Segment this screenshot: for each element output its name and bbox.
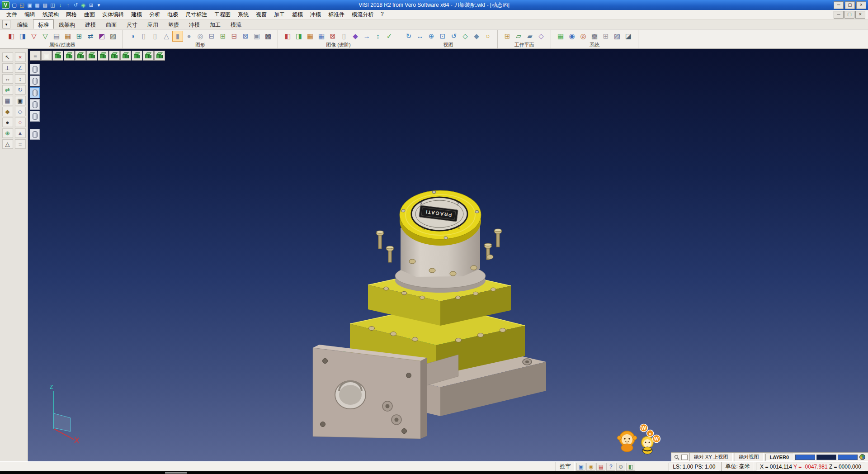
view-left-button[interactable] <box>98 51 108 61</box>
system-target-icon[interactable]: ◎ <box>578 31 589 42</box>
image-grid-blue-icon[interactable]: ▦ <box>316 31 327 42</box>
absolute-view-label[interactable]: 绝对视图 <box>735 453 764 461</box>
status-image-icon[interactable]: ▣ <box>576 463 585 471</box>
solid-pattern-icon[interactable]: ▩ <box>263 31 274 42</box>
menu-file[interactable]: 文件 <box>3 10 21 19</box>
view-iso-sw-button[interactable] <box>143 51 154 61</box>
viewbar-shaded-button[interactable]: ▣ <box>41 51 52 61</box>
system-colors-icon[interactable]: ▦ <box>555 31 566 42</box>
menu-window[interactable]: 视窗 <box>252 10 270 19</box>
filter-component-button[interactable] <box>30 129 40 140</box>
menu-mold[interactable]: 塑模 <box>288 10 307 19</box>
menu-flow-analysis[interactable]: 模流分析 <box>348 10 377 19</box>
menu-analysis[interactable]: 分析 <box>146 10 164 19</box>
scale-readout[interactable]: LS: 1.00 PS: 1.00 <box>669 463 719 471</box>
view-iso-button[interactable] <box>52 51 63 61</box>
dock-list-icon[interactable]: ≡ <box>15 139 26 149</box>
filter-green-icon[interactable]: ▽ <box>40 31 51 42</box>
solid-cylinder-icon[interactable]: ▯ <box>138 31 149 42</box>
menu-edit[interactable]: 编辑 <box>21 10 39 19</box>
save-icon[interactable]: ▣ <box>26 1 33 9</box>
filter-surface-button[interactable] <box>30 76 40 86</box>
status-gear-icon[interactable]: ⊕ <box>616 463 625 471</box>
status-capture-icon[interactable]: ◉ <box>586 463 595 471</box>
workplane-align-icon[interactable]: ▰ <box>524 31 535 42</box>
dock-swap-icon[interactable]: ⇄ <box>2 85 13 95</box>
menu-modeling[interactable]: 建模 <box>127 10 146 19</box>
layer-manager-icon[interactable]: ▦ <box>62 31 73 42</box>
solid-union-icon[interactable]: ⊞ <box>217 31 228 42</box>
system-hatch-icon[interactable]: ▨ <box>612 31 623 42</box>
view-axo-icon[interactable]: ◇ <box>460 31 471 42</box>
image-arrow-icon[interactable]: → <box>361 31 372 42</box>
menu-help[interactable]: ? <box>377 10 387 19</box>
menu-wireframe[interactable]: 线架构 <box>39 10 62 19</box>
attr-swap-icon[interactable]: ⇄ <box>85 31 96 42</box>
solid-block-icon[interactable]: ▮ <box>172 31 183 42</box>
system-plane-icon[interactable]: ◪ <box>623 31 634 42</box>
workplane-grid-icon[interactable]: ⊞ <box>502 31 513 42</box>
menu-standard-parts[interactable]: 标准件 <box>325 10 348 19</box>
tab-dropdown-button[interactable]: ▾ <box>2 20 10 28</box>
menu-surface[interactable]: 曲面 <box>80 10 99 19</box>
menu-electrode[interactable]: 电极 <box>164 10 182 19</box>
status-view-icon[interactable]: ◧ <box>626 463 635 471</box>
export-icon[interactable]: ↑ <box>64 1 72 9</box>
tab-mold[interactable]: 塑膜 <box>163 19 184 29</box>
dock-snap-icon[interactable]: ⊥ <box>2 63 13 73</box>
workplane-free-icon[interactable]: ◇ <box>536 31 547 42</box>
filter-solid-button[interactable] <box>30 64 40 75</box>
tab-wireframe[interactable]: 线架构 <box>54 19 80 29</box>
attr-settings-icon[interactable]: ▨ <box>108 31 118 42</box>
image-check-icon[interactable]: ✓ <box>384 31 395 42</box>
mdi-minimize-button[interactable]: ─ <box>834 11 844 19</box>
view-back-button[interactable] <box>109 51 120 61</box>
new-document-icon[interactable]: ▢ <box>10 1 18 9</box>
minimize-button[interactable]: ─ <box>834 1 844 9</box>
dock-diamond-icon[interactable]: ◆ <box>2 107 13 116</box>
view-bottom-button[interactable] <box>120 51 131 61</box>
layer-color-swatch-blue-2[interactable] <box>838 455 858 460</box>
layer-color-swatch-dark[interactable] <box>816 455 836 460</box>
menu-mesh[interactable]: 网格 <box>62 10 80 19</box>
dock-target-icon[interactable]: ⊕ <box>2 128 13 138</box>
view-right-button[interactable] <box>86 51 97 61</box>
menu-solid-edit[interactable]: 实体编辑 <box>99 10 127 19</box>
print-preview-icon[interactable]: ◫ <box>49 1 57 9</box>
menu-dimension[interactable]: 尺寸标注 <box>182 10 211 19</box>
model-assembly[interactable]: PRAGATI 3 2 4 1 <box>313 190 546 439</box>
dock-circle-icon[interactable]: ○ <box>15 118 26 127</box>
dock-rotate-icon[interactable]: ↻ <box>15 85 26 95</box>
tab-edit[interactable]: 编辑 <box>12 19 33 29</box>
view-orientation-label[interactable]: 绝对 XY 上视图 <box>689 453 733 461</box>
view-previous-icon[interactable]: ↺ <box>448 31 459 42</box>
globe-icon[interactable] <box>859 454 865 460</box>
save-all-icon[interactable]: ▦ <box>33 1 41 9</box>
filter-edge-button[interactable] <box>30 87 40 98</box>
view-front-button[interactable] <box>75 51 86 61</box>
image-compare-green-icon[interactable]: ◨ <box>293 31 304 42</box>
dock-plane-icon[interactable]: ◇ <box>15 107 26 116</box>
render-mode-icon[interactable]: ◑ <box>127 31 138 42</box>
screen-capture-icon[interactable]: ◉ <box>80 1 87 9</box>
menu-die[interactable]: 冲模 <box>307 10 325 19</box>
close-button[interactable]: × <box>856 1 866 9</box>
mdi-close-button[interactable]: × <box>855 11 865 19</box>
view-shaded-icon[interactable]: ◆ <box>471 31 482 42</box>
tab-die[interactable]: 冲模 <box>184 19 205 29</box>
filter-point-button[interactable] <box>30 111 40 122</box>
view-light-icon[interactable]: ○ <box>482 31 493 42</box>
viewport-3d-scene[interactable]: PRAGATI 3 2 4 1 <box>28 49 868 461</box>
menu-system[interactable]: 系统 <box>234 10 252 19</box>
filter-wire-button[interactable] <box>30 99 40 110</box>
tab-surface[interactable]: 曲面 <box>101 19 122 29</box>
image-measure-icon[interactable]: ↕ <box>373 31 383 42</box>
search-icon[interactable] <box>674 455 679 460</box>
dock-mesh-icon[interactable]: ▦ <box>2 96 13 105</box>
tab-standard[interactable]: 标准 <box>33 19 54 29</box>
solid-subtract-icon[interactable]: ⊟ <box>229 31 240 42</box>
menu-machining[interactable]: 加工 <box>270 10 288 19</box>
dock-point-icon[interactable]: ● <box>2 118 13 127</box>
system-grid-icon[interactable]: ⊞ <box>600 31 611 42</box>
maximize-button[interactable]: ▢ <box>845 1 855 9</box>
